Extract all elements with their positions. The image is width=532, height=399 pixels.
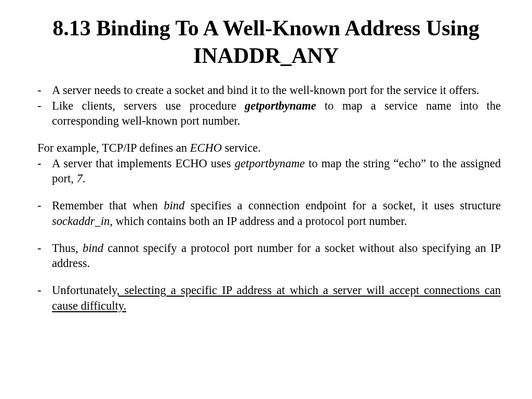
bullet-1-text: A server needs to create a socket and bi… [52,83,501,98]
block-5: - Unfortunately, selecting a specific IP… [31,283,501,313]
bullet-4: - Remember that when bind specifies a co… [31,198,501,229]
bullet-1: - A server needs to create a socket and … [31,83,501,98]
block-1: - A server needs to create a socket and … [31,83,501,129]
underlined-phrase: , selecting a specific IP address at whi… [52,284,501,312]
slide-title: 8.13 Binding To A Well-Known Address Usi… [31,15,501,69]
term-sockaddr-in: sockaddr_in [52,215,110,228]
block-4: - Thus, bind cannot specify a protocol p… [31,241,501,271]
bullet-5-text: Thus, bind cannot specify a protocol por… [52,241,501,271]
bullet-2-text: Like clients, servers use procedure getp… [52,98,501,129]
slide: 8.13 Binding To A Well-Known Address Usi… [0,0,532,313]
bullet-4-text: Remember that when bind specifies a conn… [52,198,501,229]
bullet-6-text: Unfortunately, selecting a specific IP a… [52,283,501,313]
intro-line: For example, TCP/IP defines an ECHO serv… [31,140,501,156]
bullet-3: - A server that implements ECHO uses get… [31,156,501,187]
dash-icon: - [37,98,52,129]
block-2: For example, TCP/IP defines an ECHO serv… [31,140,501,187]
term-echo: ECHO [190,141,222,154]
slide-body: - A server needs to create a socket and … [31,83,501,313]
term-7: 7 [77,172,83,185]
bullet-5: - Thus, bind cannot specify a protocol p… [31,241,501,271]
block-3: - Remember that when bind specifies a co… [31,198,501,229]
bullet-3-text: A server that implements ECHO uses getpo… [52,156,501,187]
term-getportbyname: getportbyname [245,99,316,112]
dash-icon: - [37,198,52,229]
dash-icon: - [37,156,52,187]
term-bind: bind [164,199,184,212]
dash-icon: - [37,241,52,271]
term-getportbyname: getportbyname [235,157,305,170]
bullet-6: - Unfortunately, selecting a specific IP… [31,283,501,313]
term-bind: bind [83,242,103,255]
dash-icon: - [37,283,52,313]
bullet-2: - Like clients, servers use procedure ge… [31,98,501,129]
dash-icon: - [37,83,52,98]
